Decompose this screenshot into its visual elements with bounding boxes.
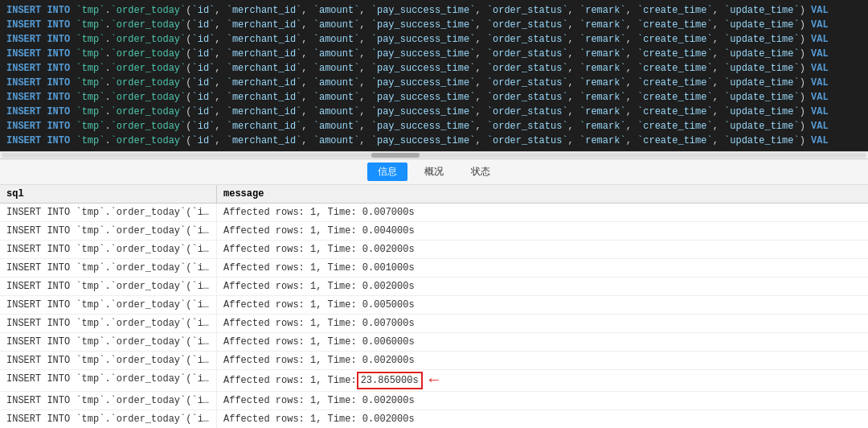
table-row[interactable]: INSERT INTO `tmp`.`order_today`(`id`, `m… — [0, 278, 868, 296]
code-line: INSERT INTO `tmp`.`order_today`(`id`, `m… — [6, 3, 862, 18]
table-row[interactable]: INSERT INTO `tmp`.`order_today`(`id`, `m… — [0, 410, 868, 428]
table-row[interactable]: INSERT INTO `tmp`.`order_today`(`id`, `m… — [0, 222, 868, 241]
sql-cell: INSERT INTO `tmp`.`order_today`(`id`, `m… — [0, 370, 217, 391]
results-area: sql message INSERT INTO `tmp`.`order_tod… — [0, 185, 868, 428]
message-cell: Affected rows: 1, Time: 0.002000s — [217, 278, 868, 295]
code-line: INSERT INTO `tmp`.`order_today`(`id`, `m… — [6, 61, 862, 76]
sql-cell: INSERT INTO `tmp`.`order_today`(`id`, `m… — [0, 315, 217, 332]
table-row[interactable]: INSERT INTO `tmp`.`order_today`(`id`, `m… — [0, 352, 868, 370]
message-cell: Affected rows: 1, Time: 0.004000s — [217, 222, 868, 240]
code-line: INSERT INTO `tmp`.`order_today`(`id`, `m… — [6, 119, 862, 134]
code-line: INSERT INTO `tmp`.`order_today`(`id`, `m… — [6, 90, 862, 105]
code-line: INSERT INTO `tmp`.`order_today`(`id`, `m… — [6, 134, 862, 148]
sql-cell: INSERT INTO `tmp`.`order_today`(`id`, `m… — [0, 352, 217, 369]
code-line: INSERT INTO `tmp`.`order_today`(`id`, `m… — [6, 47, 862, 61]
table-row[interactable]: INSERT INTO `tmp`.`order_today`(`id`, `m… — [0, 370, 868, 392]
table-row[interactable]: INSERT INTO `tmp`.`order_today`(`id`, `m… — [0, 241, 868, 259]
table-row[interactable]: INSERT INTO `tmp`.`order_today`(`id`, `m… — [0, 333, 868, 352]
tab-概况[interactable]: 概况 — [414, 163, 454, 181]
tab-信息[interactable]: 信息 — [367, 163, 407, 181]
table-row[interactable]: INSERT INTO `tmp`.`order_today`(`id`, `m… — [0, 296, 868, 315]
table-row[interactable]: INSERT INTO `tmp`.`order_today`(`id`, `m… — [0, 392, 868, 410]
code-line: INSERT INTO `tmp`.`order_today`(`id`, `m… — [6, 18, 862, 32]
sql-cell: INSERT INTO `tmp`.`order_today`(`id`, `m… — [0, 222, 217, 240]
sql-cell: INSERT INTO `tmp`.`order_today`(`id`, `m… — [0, 241, 217, 258]
message-cell: Affected rows: 1, Time: 0.006000s — [217, 333, 868, 351]
sql-cell: INSERT INTO `tmp`.`order_today`(`id`, `m… — [0, 278, 217, 295]
sql-column-header: sql — [0, 185, 217, 203]
tab-状态[interactable]: 状态 — [461, 163, 501, 181]
sql-cell: INSERT INTO `tmp`.`order_today`(`id`, `m… — [0, 333, 217, 351]
highlighted-time-value: 23.865000s — [357, 372, 423, 389]
red-arrow-icon: ← — [429, 373, 439, 388]
table-row[interactable]: INSERT INTO `tmp`.`order_today`(`id`, `m… — [0, 204, 868, 222]
message-cell: Affected rows: 1, Time: 0.005000s — [217, 296, 868, 314]
message-cell: Affected rows: 1, Time: 0.002000s — [217, 352, 868, 369]
table-row[interactable]: INSERT INTO `tmp`.`order_today`(`id`, `m… — [0, 315, 868, 333]
message-cell: Affected rows: 1, Time: 0.001000s — [217, 259, 868, 277]
code-line: INSERT INTO `tmp`.`order_today`(`id`, `m… — [6, 32, 862, 47]
sql-cell: INSERT INTO `tmp`.`order_today`(`id`, `m… — [0, 392, 217, 409]
message-cell: Affected rows: 1, Time: 0.002000s — [217, 241, 868, 258]
sql-cell: INSERT INTO `tmp`.`order_today`(`id`, `m… — [0, 204, 217, 221]
message-cell: Affected rows: 1, Time: 0.007000s — [217, 315, 868, 332]
sql-cell: INSERT INTO `tmp`.`order_today`(`id`, `m… — [0, 410, 217, 428]
table-row[interactable]: INSERT INTO `tmp`.`order_today`(`id`, `m… — [0, 259, 868, 278]
scrollbar-thumb[interactable] — [371, 153, 420, 158]
code-area: INSERT INTO `tmp`.`order_today`(`id`, `m… — [0, 0, 868, 151]
message-cell: Affected rows: 1, Time: 23.865000s← — [217, 370, 868, 391]
message-cell: Affected rows: 1, Time: 0.002000s — [217, 392, 868, 409]
code-line: INSERT INTO `tmp`.`order_today`(`id`, `m… — [6, 105, 862, 119]
sql-cell: INSERT INTO `tmp`.`order_today`(`id`, `m… — [0, 296, 217, 314]
results-table: INSERT INTO `tmp`.`order_today`(`id`, `m… — [0, 204, 868, 428]
code-line: INSERT INTO `tmp`.`order_today`(`id`, `m… — [6, 76, 862, 90]
tab-bar: 信息概况状态 — [0, 159, 868, 185]
message-text: Affected rows: 1, Time: — [223, 373, 357, 388]
message-cell: Affected rows: 1, Time: 0.007000s — [217, 204, 868, 221]
message-column-header: message — [217, 185, 868, 203]
scrollbar-area[interactable] — [0, 151, 868, 159]
sql-cell: INSERT INTO `tmp`.`order_today`(`id`, `m… — [0, 259, 217, 277]
results-header: sql message — [0, 185, 868, 204]
scrollbar-track[interactable] — [2, 153, 866, 158]
message-cell: Affected rows: 1, Time: 0.002000s — [217, 410, 868, 428]
